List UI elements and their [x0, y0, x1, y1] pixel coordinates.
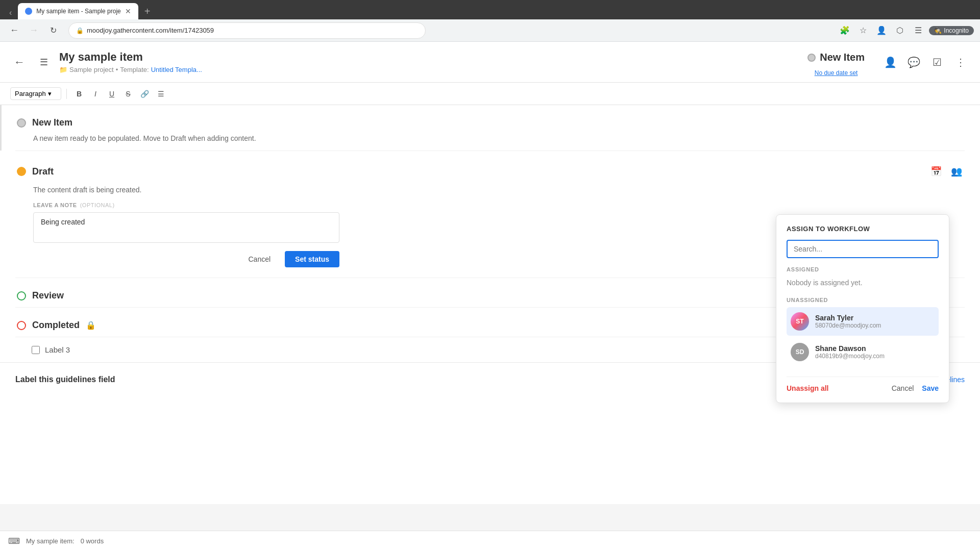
tab-back-btn[interactable]: ‹ [5, 6, 16, 19]
shane-name: Shane Dawson [815, 344, 935, 353]
guidelines-title: Label this guidelines field [15, 375, 115, 384]
calendar-button[interactable]: 📅 [928, 163, 944, 180]
assign-search-input[interactable] [787, 240, 939, 258]
tab-favicon [25, 8, 32, 15]
cancel-note-button[interactable]: Cancel [240, 251, 279, 267]
stage-draft-desc: The content draft is being created. [2, 186, 980, 202]
shane-info: Shane Dawson d40819b9@moodjoy.com [815, 344, 935, 360]
label-3-checkbox[interactable] [32, 346, 40, 354]
stage-completed-circle [17, 321, 26, 330]
new-tab-button[interactable]: + [140, 3, 155, 19]
nav-bar: ← → ↻ 🔒 moodjoy.gathercontent.com/item/1… [0, 19, 980, 42]
stage-draft-header: Draft 📅 👥 [2, 151, 980, 186]
assigned-section-label: ASSIGNED [787, 266, 939, 272]
assign-panel-footer: Unassign all Cancel Save [787, 377, 939, 392]
back-nav-button[interactable]: ← [6, 22, 22, 39]
italic-button[interactable]: I [88, 87, 103, 101]
stage-draft-actions: 📅 👥 [928, 163, 965, 180]
assign-save-button[interactable]: Save [922, 384, 939, 392]
stage-new-item-header: New Item [2, 105, 980, 134]
strikethrough-button[interactable]: S [121, 87, 135, 101]
extensions2-icon[interactable]: ⬡ [892, 23, 908, 38]
comment-button[interactable]: 💬 [904, 53, 923, 71]
header-action-buttons: 👤 💬 ☑ ⋮ [881, 53, 970, 71]
unassigned-section-label: UNASSIGNED [787, 297, 939, 303]
bold-button[interactable]: B [72, 87, 86, 101]
stage-review-name: Review [32, 290, 64, 301]
header-title-area: My sample item 📁 Sample project • Templa… [59, 51, 791, 73]
incognito-label: Incognito [944, 27, 969, 34]
forward-nav-button[interactable]: → [26, 22, 42, 39]
bottom-word-count: 0 words [81, 537, 104, 545]
link-button[interactable]: 🔗 [137, 87, 152, 101]
lock-icon: 🔒 [76, 27, 84, 34]
sarah-info: Sarah Tyler 58070de@moodjoy.com [815, 314, 935, 329]
tab-title: My sample item - Sample proje [36, 8, 120, 15]
stage-draft-circle [17, 167, 26, 176]
status-button[interactable]: New Item [797, 47, 875, 67]
browser-tab-bar: ‹ My sample item - Sample proje ✕ + [0, 0, 980, 19]
chevron-down-icon: ▾ [48, 90, 52, 97]
unassign-all-button[interactable]: Unassign all [787, 384, 828, 392]
stage-draft-name: Draft [32, 166, 922, 177]
incognito-badge: 🕵 Incognito [929, 26, 974, 35]
sarah-name: Sarah Tyler [815, 314, 935, 322]
paragraph-select[interactable]: Paragraph ▾ [10, 87, 61, 100]
assign-cancel-button[interactable]: Cancel [892, 384, 914, 392]
extensions-icon[interactable]: 🧩 [837, 23, 852, 38]
bookmark-icon[interactable]: ☆ [855, 23, 871, 38]
header-status-area: New Item No due date set [797, 47, 875, 77]
refresh-nav-button[interactable]: ↻ [45, 22, 61, 39]
sarah-avatar: ST [791, 312, 809, 331]
assign-workflow-panel: ASSIGN TO WORKFLOW ASSIGNED Nobody is as… [776, 214, 949, 403]
user-action-button[interactable]: 👤 [881, 53, 899, 71]
profile-icon[interactable]: 👤 [874, 23, 889, 38]
editor-toolbar: Paragraph ▾ B I U S 🔗 ☰ [0, 83, 980, 105]
assign-user-button[interactable]: 👥 [948, 163, 965, 180]
template-label: Template: [120, 66, 149, 73]
hamburger-button[interactable]: ☰ [35, 53, 53, 71]
user-row-sarah[interactable]: ST Sarah Tyler 58070de@moodjoy.com [787, 307, 939, 336]
no-assigned-text: Nobody is assigned yet. [787, 277, 939, 291]
keyboard-icon[interactable]: ⌨ [8, 536, 20, 546]
template-link[interactable]: Untitled Templa... [151, 66, 202, 73]
back-button[interactable]: ← [10, 53, 29, 71]
stage-new-item-circle [17, 118, 26, 128]
stage-review-circle [17, 291, 26, 300]
list-button[interactable]: ☰ [154, 87, 168, 101]
stage-new-item-name: New Item [32, 117, 72, 128]
incognito-icon: 🕵 [934, 27, 942, 34]
address-bar[interactable]: 🔒 moodjoy.gathercontent.com/item/1742305… [68, 22, 426, 39]
more-options-button[interactable]: ⋮ [951, 53, 970, 71]
settings-icon[interactable]: ☰ [911, 23, 926, 38]
stage-new-item-desc: A new item ready to be populated. Move t… [2, 134, 980, 151]
status-circle [807, 54, 816, 62]
page-title: My sample item [59, 51, 791, 64]
active-tab[interactable]: My sample item - Sample proje ✕ [18, 3, 138, 19]
note-textarea[interactable]: Being created [33, 212, 339, 243]
set-status-button[interactable]: Set status [285, 251, 339, 267]
label-3-text: Label 3 [45, 345, 70, 354]
stage-new-item: New Item A new item ready to be populate… [0, 105, 980, 151]
sarah-email: 58070de@moodjoy.com [815, 322, 935, 329]
bottom-item-label: My sample item: [26, 537, 75, 545]
user-row-shane[interactable]: SD Shane Dawson d40819b9@moodjoy.com [787, 338, 939, 366]
tab-close-icon[interactable]: ✕ [125, 7, 131, 15]
paragraph-label: Paragraph [15, 90, 46, 97]
shane-avatar: SD [791, 343, 809, 361]
bottom-bar: ⌨ My sample item: 0 words [0, 531, 980, 551]
no-due-date-link[interactable]: No due date set [815, 69, 858, 77]
lock-icon: 🔒 [86, 320, 96, 330]
note-label-row: LEAVE A NOTE (OPTIONAL) [33, 202, 965, 208]
assign-panel-title: ASSIGN TO WORKFLOW [787, 225, 939, 233]
note-label-text: LEAVE A NOTE [33, 202, 77, 208]
nav-right-icons: 🧩 ☆ 👤 ⬡ ☰ 🕵 Incognito [837, 23, 974, 38]
footer-right-buttons: Cancel Save [892, 384, 939, 392]
plus-icon: + [144, 6, 151, 17]
status-label: New Item [820, 52, 865, 63]
underline-button[interactable]: U [105, 87, 119, 101]
tasks-button[interactable]: ☑ [928, 53, 946, 71]
note-optional-text: (OPTIONAL) [80, 202, 115, 208]
stage-completed-name: Completed [32, 320, 80, 331]
note-actions: Cancel Set status [33, 251, 339, 267]
